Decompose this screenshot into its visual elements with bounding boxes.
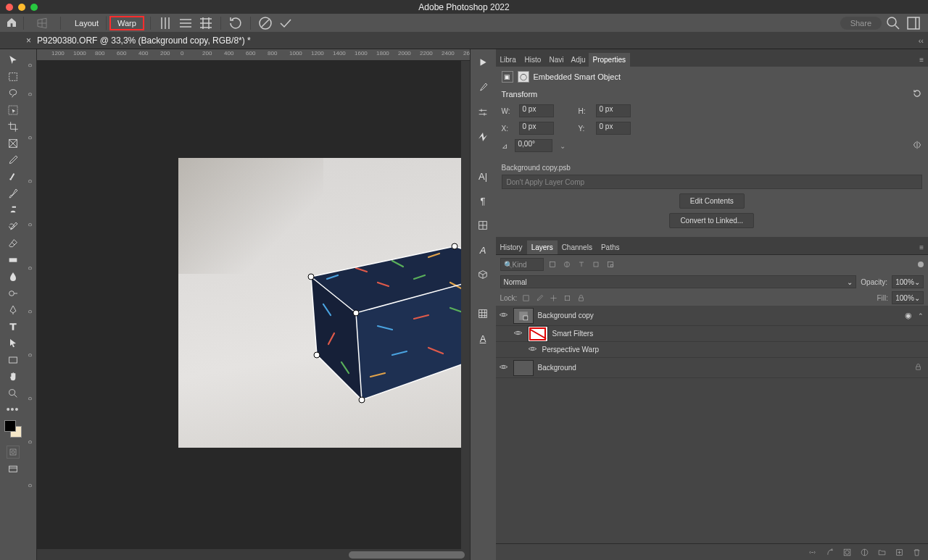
smart-filters-toggle-icon[interactable]: ◉ <box>905 311 912 320</box>
visibility-toggle[interactable] <box>499 362 509 373</box>
healing-brush-tool[interactable] <box>3 169 23 185</box>
lock-transparent-icon[interactable] <box>521 293 531 303</box>
color-swatches[interactable] <box>3 419 23 439</box>
paragraph-panel-icon[interactable]: ¶ <box>473 191 492 210</box>
actions-play-icon[interactable] <box>473 54 493 71</box>
hand-tool[interactable] <box>3 369 23 385</box>
home-icon[interactable] <box>6 17 17 30</box>
brush-tool[interactable] <box>3 185 23 201</box>
brushes-panel-icon[interactable] <box>473 78 492 97</box>
flip-horizontal-icon[interactable] <box>912 140 922 151</box>
paths-tab[interactable]: Paths <box>597 241 624 254</box>
navigator-tab[interactable]: Navi <box>545 53 567 67</box>
warp-mode-button[interactable]: Warp <box>109 16 144 30</box>
blur-tool[interactable] <box>3 269 23 285</box>
window-minimize[interactable] <box>18 4 25 11</box>
link-layers-icon[interactable] <box>808 548 818 558</box>
search-icon[interactable] <box>884 14 902 32</box>
layer-name[interactable]: Background <box>538 364 911 372</box>
filter-pixel-icon[interactable] <box>547 259 558 270</box>
document-tab-title[interactable]: P9290380.ORF @ 33,3% (Background copy, R… <box>37 35 251 46</box>
new-layer-icon[interactable] <box>895 548 905 558</box>
crop-tool[interactable] <box>3 119 23 135</box>
gradient-tool[interactable] <box>3 252 23 268</box>
lock-image-icon[interactable] <box>534 293 544 303</box>
straighten-horizontal-icon[interactable] <box>177 14 194 32</box>
angle-input[interactable]: 0,00° <box>515 139 552 152</box>
history-tab[interactable]: History <box>496 241 527 254</box>
close-document-icon[interactable]: × <box>26 35 31 46</box>
lock-position-icon[interactable] <box>548 293 558 303</box>
visibility-toggle[interactable] <box>513 328 523 339</box>
horizontal-scrollbar[interactable] <box>37 549 470 560</box>
workspace-icon[interactable] <box>905 14 922 32</box>
layer-row[interactable]: Smart Filters <box>496 326 929 342</box>
properties-tab[interactable]: Properties <box>589 53 631 67</box>
eyedropper-tool[interactable] <box>3 152 23 168</box>
filter-toggle[interactable] <box>918 262 924 267</box>
expand-icon[interactable]: ⌃ <box>918 312 925 319</box>
layer-name[interactable]: Perspective Warp <box>542 346 926 354</box>
libraries-tab[interactable]: Libra <box>496 53 521 67</box>
patterns-panel-icon[interactable]: A <box>473 329 492 348</box>
rectangle-tool[interactable] <box>3 352 23 368</box>
swatches-panel-icon[interactable] <box>473 304 492 323</box>
adjustments-panel-icon[interactable] <box>473 103 492 122</box>
layers-tab[interactable]: Layers <box>527 241 558 254</box>
panel-menu-icon[interactable]: ≡ <box>915 53 928 67</box>
vertical-scrollbar[interactable] <box>461 61 470 549</box>
styles-panel-icon[interactable] <box>473 128 492 146</box>
reset-icon[interactable] <box>227 14 244 32</box>
histogram-tab[interactable]: Histo <box>521 53 545 67</box>
3d-panel-icon[interactable] <box>473 265 492 284</box>
edit-toolbar[interactable]: ••• <box>7 404 20 415</box>
move-tool[interactable] <box>3 52 23 68</box>
filter-mask-thumbnail[interactable] <box>528 326 548 342</box>
share-button[interactable]: Share <box>840 17 882 30</box>
layer-row[interactable]: Background copy ◉ ⌃ <box>496 306 929 326</box>
lock-all-icon[interactable] <box>576 293 586 303</box>
filter-shape-icon[interactable] <box>590 259 602 270</box>
layer-name[interactable]: Background copy <box>538 312 901 319</box>
window-zoom[interactable] <box>30 4 38 11</box>
character-panel-icon[interactable]: A| <box>473 167 492 185</box>
group-icon[interactable] <box>877 548 887 558</box>
type-tool[interactable] <box>3 319 23 335</box>
channels-tab[interactable]: Channels <box>558 241 597 254</box>
eraser-tool[interactable] <box>3 235 23 251</box>
canvas-viewport[interactable]: Coffeed <box>37 61 470 549</box>
layer-style-icon[interactable] <box>825 548 835 558</box>
layer-thumbnail[interactable] <box>513 360 534 376</box>
object-selection-tool[interactable] <box>3 102 23 118</box>
window-close[interactable] <box>6 4 13 11</box>
lock-artboard-icon[interactable] <box>562 293 572 303</box>
layer-mask-icon[interactable] <box>842 548 853 558</box>
layer-row[interactable]: Perspective Warp <box>496 342 929 358</box>
foreground-color[interactable] <box>4 420 16 432</box>
width-input[interactable]: 0 px <box>519 104 554 117</box>
frame-tool[interactable] <box>3 135 23 151</box>
visibility-toggle[interactable] <box>528 344 538 355</box>
glyphs-panel-icon[interactable] <box>473 216 492 235</box>
layer-filter-kind[interactable]: 🔍 Kind <box>500 258 544 271</box>
angle-dropdown-icon[interactable]: ⌄ <box>560 142 566 150</box>
y-input[interactable]: 0 px <box>596 122 631 135</box>
straighten-vertical-icon[interactable] <box>157 14 174 32</box>
clone-stamp-tool[interactable] <box>3 202 23 218</box>
marquee-tool[interactable] <box>3 69 23 85</box>
auto-warp-icon[interactable] <box>197 14 215 32</box>
convert-to-linked-button[interactable]: Convert to Linked... <box>669 213 754 228</box>
pen-tool[interactable] <box>3 302 23 318</box>
history-brush-tool[interactable] <box>3 219 23 235</box>
blend-mode-select[interactable]: Normal⌄ <box>500 275 857 288</box>
screen-mode-icon[interactable] <box>3 461 23 477</box>
cancel-icon[interactable] <box>257 14 274 32</box>
edit-contents-button[interactable]: Edit Contents <box>679 193 745 209</box>
path-selection-tool[interactable] <box>3 335 23 351</box>
filter-adjust-icon[interactable] <box>561 259 573 270</box>
filter-type-icon[interactable] <box>576 259 587 270</box>
layers-panel-menu-icon[interactable]: ≡ <box>915 241 928 254</box>
delete-layer-icon[interactable] <box>912 548 922 558</box>
height-input[interactable]: 0 px <box>596 104 631 117</box>
visibility-toggle[interactable] <box>499 310 509 321</box>
